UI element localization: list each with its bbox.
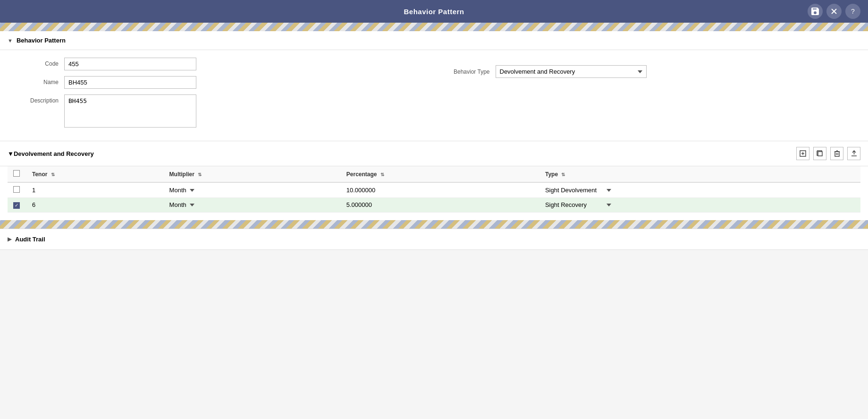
devolvement-title: ▼ Devolvement and Recovery (8, 150, 94, 157)
page-title: Behavior Pattern (404, 8, 464, 16)
devolvement-section: ▼ Devolvement and Recovery (0, 141, 868, 220)
row2-multiplier: Month Year (164, 198, 341, 213)
row1-type-select[interactable]: Sight Devolvement Sight Recovery Usance … (545, 187, 613, 194)
code-input[interactable] (64, 58, 196, 70)
behavior-type-label: Behavior Type (434, 68, 496, 75)
code-row: Code (8, 58, 434, 70)
behavior-type-row: Behavior Type Devolvement and Recovery O… (434, 58, 647, 78)
header-actions: ? (808, 4, 860, 19)
name-row: Name (8, 76, 434, 89)
tenor-sort-icon[interactable]: ⇅ (51, 172, 55, 177)
row1-tenor: 1 (26, 182, 164, 198)
devolvement-table-section: Tenor ⇅ Multiplier ⇅ Percentage ⇅ Type ⇅ (0, 166, 868, 220)
code-label: Code (8, 58, 64, 67)
app-header: Behavior Pattern ? (0, 0, 868, 23)
type-sort-icon[interactable]: ⇅ (561, 172, 565, 177)
bottom-divider (0, 249, 868, 250)
chevron-down-icon-2: ▼ (8, 150, 14, 157)
audit-trail-title: Audit Trail (15, 236, 45, 243)
percentage-sort-icon[interactable]: ⇅ (380, 172, 384, 177)
save-button[interactable] (808, 4, 823, 19)
description-row: Description BH455 (8, 94, 434, 128)
behavior-pattern-header: ▼ Behavior Pattern (0, 31, 868, 50)
table-row: 1 Month Year 10.000000 Sight Devolvement… (8, 182, 860, 198)
behavior-type-select-wrapper: Devolvement and Recovery Other (496, 65, 647, 78)
devolvement-actions (796, 147, 860, 160)
row1-checkbox[interactable] (13, 186, 20, 193)
delete-row-button[interactable] (830, 147, 843, 160)
close-button[interactable] (826, 4, 842, 19)
devolvement-header: ▼ Devolvement and Recovery (0, 141, 868, 166)
select-all-checkbox[interactable] (13, 170, 20, 177)
row1-type: Sight Devolvement Sight Recovery Usance … (539, 182, 860, 198)
bottom-stripe (0, 220, 868, 229)
svg-rect-5 (818, 152, 822, 156)
type-header: Type ⇅ (539, 166, 860, 182)
table-header-row: Tenor ⇅ Multiplier ⇅ Percentage ⇅ Type ⇅ (8, 166, 860, 182)
devolvement-table: Tenor ⇅ Multiplier ⇅ Percentage ⇅ Type ⇅ (8, 166, 860, 213)
row2-type: Sight Devolvement Sight Recovery Usance … (539, 198, 860, 213)
row2-checkbox-cell: ✓ (8, 198, 26, 213)
row1-multiplier-select[interactable]: Month Year (169, 187, 196, 194)
svg-rect-6 (835, 152, 839, 156)
add-row-button[interactable] (796, 147, 809, 160)
checkbox-header (8, 166, 26, 182)
row2-multiplier-select[interactable]: Month Year (169, 201, 196, 208)
chevron-right-icon: ▶ (8, 236, 11, 242)
row2-percentage: 5.000000 (341, 198, 539, 213)
percentage-header: Percentage ⇅ (341, 166, 539, 182)
multiplier-header: Multiplier ⇅ (164, 166, 341, 182)
row1-percentage: 10.000000 (341, 182, 539, 198)
help-button[interactable]: ? (845, 4, 860, 19)
export-button[interactable] (847, 147, 860, 160)
copy-row-button[interactable] (813, 147, 826, 160)
name-label: Name (8, 76, 64, 86)
behavior-pattern-title: Behavior Pattern (17, 37, 66, 44)
chevron-down-icon: ▼ (8, 38, 13, 43)
multiplier-sort-icon[interactable]: ⇅ (198, 172, 202, 177)
top-stripe (0, 23, 868, 31)
tenor-header: Tenor ⇅ (26, 166, 164, 182)
table-row: ✓ 6 Month Year 5.000000 Sight Devolvemen… (8, 198, 860, 213)
devolvement-section-title: Devolvement and Recovery (14, 150, 94, 157)
name-input[interactable] (64, 76, 196, 89)
audit-trail-section: ▶ Audit Trail (0, 229, 868, 249)
description-input[interactable]: BH455 (64, 94, 196, 128)
behavior-pattern-body: Code Name Description BH455 Behavior Typ… (0, 50, 868, 141)
row2-type-select[interactable]: Sight Devolvement Sight Recovery Usance … (545, 201, 613, 208)
row2-checkbox[interactable]: ✓ (13, 202, 20, 209)
row2-tenor: 6 (26, 198, 164, 213)
behavior-type-select[interactable]: Devolvement and Recovery Other (496, 65, 647, 78)
behavior-pattern-section: ▼ Behavior Pattern Code Name Description… (0, 31, 868, 141)
row1-multiplier: Month Year (164, 182, 341, 198)
row1-checkbox-cell (8, 182, 26, 198)
description-label: Description (8, 94, 64, 104)
